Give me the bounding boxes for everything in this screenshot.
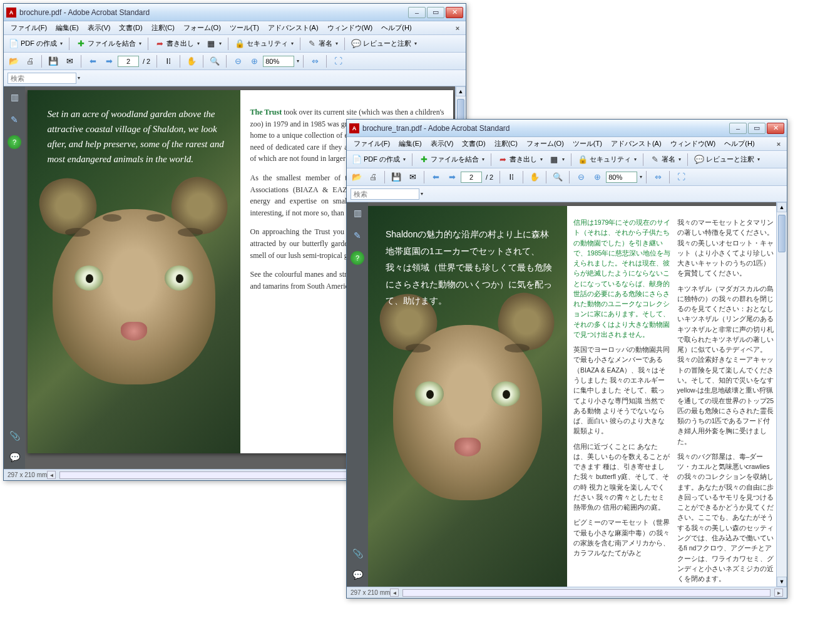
search-input[interactable] bbox=[8, 73, 76, 84]
menu-document[interactable]: 文書(D) bbox=[458, 138, 489, 150]
prev-page-button[interactable]: ⬅ bbox=[428, 170, 443, 184]
email-button[interactable]: ✉ bbox=[62, 54, 77, 68]
comments-panel-button[interactable]: 💬 bbox=[8, 450, 21, 464]
zoom-in-button[interactable]: ⊕ bbox=[247, 54, 262, 68]
prev-page-button[interactable]: ⬅ bbox=[85, 54, 100, 68]
attachments-panel-button[interactable]: 📎 bbox=[8, 429, 21, 443]
hand-tool-button[interactable]: ✋ bbox=[527, 170, 542, 184]
menu-file[interactable]: ファイル(F) bbox=[6, 22, 51, 34]
create-pdf-button[interactable]: 📄PDF の作成▾ bbox=[6, 37, 65, 51]
fit-page-button[interactable]: ⛶ bbox=[330, 54, 346, 68]
search-dropdown[interactable]: ▾ bbox=[78, 75, 80, 81]
menu-view[interactable]: 表示(V) bbox=[83, 22, 115, 34]
combine-files-button[interactable]: ✚ファイルを結合▾ bbox=[73, 37, 144, 51]
menu-tools[interactable]: ツール(T) bbox=[225, 22, 264, 34]
menu-tools[interactable]: ツール(T) bbox=[568, 138, 607, 150]
review-button[interactable]: 💬レビューと注釈▾ bbox=[692, 153, 762, 167]
menu-advanced[interactable]: アドバンスト(A) bbox=[264, 22, 323, 34]
title-bar[interactable]: A brochure.pdf - Adobe Acrobat Standard … bbox=[4, 4, 466, 21]
zoom-dropdown[interactable]: ▾ bbox=[640, 174, 642, 180]
security-button[interactable]: 🔒セキュリティ▾ bbox=[575, 153, 639, 167]
horizontal-scrollbar[interactable] bbox=[402, 589, 771, 597]
menu-view[interactable]: 表示(V) bbox=[426, 138, 458, 150]
search-input[interactable] bbox=[351, 188, 419, 200]
close-button[interactable]: ✕ bbox=[767, 123, 784, 134]
title-bar[interactable]: A brochure_tran.pdf - Adobe Acrobat Stan… bbox=[347, 120, 787, 137]
save-button[interactable]: 💾 bbox=[389, 170, 404, 184]
minimize-button[interactable]: – bbox=[408, 7, 426, 18]
print-button[interactable]: 🖨 bbox=[23, 54, 38, 68]
menu-window[interactable]: ウィンドウ(W) bbox=[666, 138, 720, 150]
hscroll-right[interactable]: ▸ bbox=[774, 589, 783, 597]
menu-edit[interactable]: 編集(E) bbox=[394, 138, 426, 150]
marquee-zoom-button[interactable]: 🔍 bbox=[207, 54, 222, 68]
how-to-panel-button[interactable]: ? bbox=[351, 251, 364, 265]
pages-panel-button[interactable]: ▥ bbox=[351, 206, 364, 220]
sign-button[interactable]: ✎署名▾ bbox=[647, 153, 684, 167]
zoom-out-button[interactable]: ⊖ bbox=[573, 170, 588, 184]
maximize-button[interactable]: ▭ bbox=[748, 123, 766, 134]
menu-document[interactable]: 文書(D) bbox=[115, 22, 146, 34]
zoom-input[interactable] bbox=[606, 172, 637, 183]
hscroll-left[interactable]: ◂ bbox=[47, 471, 56, 479]
menu-close-doc[interactable]: × bbox=[773, 140, 784, 148]
menu-edit[interactable]: 編集(E) bbox=[51, 22, 83, 34]
menu-comments[interactable]: 注釈(C) bbox=[147, 22, 179, 34]
how-to-panel-button[interactable]: ? bbox=[8, 135, 21, 149]
export-button[interactable]: ➦書き出し▾ bbox=[152, 37, 202, 51]
menu-advanced[interactable]: アドバンスト(A) bbox=[607, 138, 666, 150]
scroll-up-button[interactable]: ▲ bbox=[777, 202, 787, 212]
scroll-thumb[interactable] bbox=[778, 215, 786, 252]
menu-forms[interactable]: フォーム(O) bbox=[522, 138, 568, 150]
menu-window[interactable]: ウィンドウ(W) bbox=[323, 22, 377, 34]
open-button[interactable]: 📂 bbox=[6, 54, 21, 68]
zoom-dropdown[interactable]: ▾ bbox=[297, 58, 299, 64]
signatures-panel-button[interactable]: ✎ bbox=[351, 229, 364, 242]
fit-width-button[interactable]: ⇔ bbox=[307, 54, 322, 68]
marquee-zoom-button[interactable]: 🔍 bbox=[550, 170, 565, 184]
export-button[interactable]: ➦書き出し▾ bbox=[495, 153, 545, 167]
print-button[interactable]: 🖨 bbox=[366, 170, 381, 184]
email-button[interactable]: ✉ bbox=[405, 170, 420, 184]
attachments-panel-button[interactable]: 📎 bbox=[351, 547, 364, 560]
menu-forms[interactable]: フォーム(O) bbox=[179, 22, 225, 34]
menu-help[interactable]: ヘルプ(H) bbox=[377, 22, 416, 34]
select-tool-button[interactable]: I⁞ bbox=[504, 170, 519, 184]
next-page-button[interactable]: ➡ bbox=[444, 170, 459, 184]
scan-button[interactable]: ▦▾ bbox=[546, 153, 567, 167]
scroll-down-button[interactable]: ▼ bbox=[777, 577, 787, 587]
next-page-button[interactable]: ➡ bbox=[101, 54, 116, 68]
vertical-scrollbar[interactable]: ▲ ▼ bbox=[776, 202, 787, 587]
menu-comments[interactable]: 注釈(C) bbox=[490, 138, 522, 150]
zoom-out-button[interactable]: ⊖ bbox=[230, 54, 245, 68]
fit-width-button[interactable]: ⇔ bbox=[650, 170, 665, 184]
zoom-in-button[interactable]: ⊕ bbox=[590, 170, 605, 184]
signatures-panel-button[interactable]: ✎ bbox=[8, 113, 21, 126]
page-number-input[interactable] bbox=[118, 56, 139, 67]
page-number-input[interactable] bbox=[461, 172, 482, 183]
menu-help[interactable]: ヘルプ(H) bbox=[720, 138, 759, 150]
security-button[interactable]: 🔒セキュリティ▾ bbox=[232, 37, 296, 51]
document-viewport[interactable]: Shaldonの魅力的な沿岸の村より上に森林地帯庭園の1エーカーでセットされて、… bbox=[368, 202, 776, 587]
minimize-button[interactable]: – bbox=[729, 123, 747, 134]
scroll-up-button[interactable]: ▲ bbox=[456, 86, 466, 96]
zoom-input[interactable] bbox=[263, 56, 294, 67]
menu-close-doc[interactable]: × bbox=[452, 24, 463, 32]
menu-file[interactable]: ファイル(F) bbox=[349, 138, 394, 150]
sign-button[interactable]: ✎署名▾ bbox=[304, 37, 341, 51]
review-button[interactable]: 💬レビューと注釈▾ bbox=[349, 37, 419, 51]
create-pdf-button[interactable]: 📄PDF の作成▾ bbox=[349, 153, 408, 167]
pages-panel-button[interactable]: ▥ bbox=[8, 90, 21, 104]
hscroll-left[interactable]: ◂ bbox=[390, 589, 399, 597]
maximize-button[interactable]: ▭ bbox=[427, 7, 444, 18]
save-button[interactable]: 💾 bbox=[46, 54, 61, 68]
comments-panel-button[interactable]: 💬 bbox=[351, 568, 364, 582]
select-tool-button[interactable]: I⁞ bbox=[161, 54, 176, 68]
open-button[interactable]: 📂 bbox=[349, 170, 364, 184]
close-button[interactable]: ✕ bbox=[446, 7, 463, 18]
hand-tool-button[interactable]: ✋ bbox=[184, 54, 199, 68]
combine-files-button[interactable]: ✚ファイルを結合▾ bbox=[416, 153, 487, 167]
fit-page-button[interactable]: ⛶ bbox=[674, 170, 689, 184]
scan-button[interactable]: ▦▾ bbox=[203, 37, 224, 51]
search-dropdown[interactable]: ▾ bbox=[421, 191, 423, 197]
